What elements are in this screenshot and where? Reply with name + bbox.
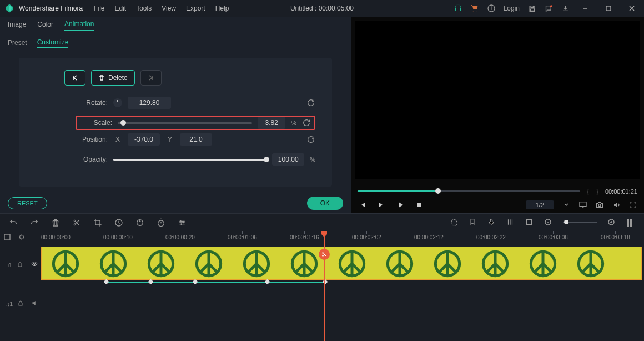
mic-icon[interactable] xyxy=(487,218,496,227)
ok-button[interactable]: OK xyxy=(307,197,343,210)
zoom-out-icon[interactable] xyxy=(544,218,553,227)
opacity-input[interactable] xyxy=(272,153,304,166)
timeline-snap-icon[interactable] xyxy=(18,233,27,242)
speed-icon[interactable] xyxy=(114,218,123,227)
svg-rect-4 xyxy=(606,6,611,11)
keyframe-track[interactable] xyxy=(41,281,642,284)
pos-y-input[interactable] xyxy=(180,133,212,146)
menu-tools[interactable]: Tools xyxy=(136,4,152,12)
preview-panel: { } 00:00:01:21 1/2 xyxy=(351,17,644,213)
keyframe-marker[interactable] xyxy=(265,279,270,285)
subtab-preset[interactable]: Preset xyxy=(8,39,27,47)
fullscreen-icon[interactable] xyxy=(628,200,637,209)
reset-button[interactable]: RESET xyxy=(8,197,47,209)
scale-reset-icon[interactable] xyxy=(302,118,311,127)
preview-viewport[interactable] xyxy=(355,21,640,179)
audio-track-label: ♫1 xyxy=(6,301,13,307)
aperture-icon[interactable] xyxy=(450,218,459,227)
split-icon[interactable] xyxy=(72,218,81,227)
svg-rect-23 xyxy=(4,234,10,240)
cart-icon[interactable] xyxy=(470,4,479,13)
keyframe-marker[interactable] xyxy=(104,279,109,285)
chevron-down-icon[interactable] xyxy=(562,200,571,209)
tab-animation[interactable]: Animation xyxy=(64,20,94,31)
svg-rect-22 xyxy=(630,219,632,227)
square-icon[interactable] xyxy=(525,218,534,227)
color-icon[interactable] xyxy=(135,218,144,227)
svg-point-12 xyxy=(180,220,182,222)
svg-rect-6 xyxy=(580,202,586,207)
svg-point-14 xyxy=(180,223,182,225)
rotate-reset-icon[interactable] xyxy=(306,98,315,107)
scale-slider[interactable] xyxy=(118,122,252,124)
mixer-icon[interactable] xyxy=(506,218,515,227)
zoom-slider[interactable] xyxy=(563,222,597,223)
keyframe-marker[interactable] xyxy=(148,279,154,285)
position-reset-icon[interactable] xyxy=(306,135,315,144)
close-button[interactable] xyxy=(624,1,640,16)
login-link[interactable]: Login xyxy=(504,4,520,12)
save-icon[interactable] xyxy=(527,4,536,13)
scissors-icon[interactable] xyxy=(319,249,330,260)
preview-progress[interactable] xyxy=(358,190,580,192)
svg-rect-21 xyxy=(627,219,629,227)
menu-help[interactable]: Help xyxy=(215,4,229,12)
bracket-close[interactable]: } xyxy=(596,187,598,195)
duration-icon[interactable] xyxy=(157,218,165,227)
download-icon[interactable] xyxy=(561,4,570,13)
tab-image[interactable]: Image xyxy=(8,21,26,31)
mute-icon[interactable] xyxy=(31,299,39,308)
playhead[interactable] xyxy=(324,231,325,341)
lock-icon[interactable] xyxy=(17,299,26,308)
info-icon[interactable]: i xyxy=(487,4,496,13)
settings-icon[interactable] xyxy=(178,218,187,227)
delete-icon[interactable] xyxy=(51,218,60,227)
page-selector[interactable]: 1/2 xyxy=(526,200,554,209)
step-fwd-button[interactable] xyxy=(376,200,386,210)
ruler-tick: 00:00:00:00 xyxy=(41,234,71,240)
minimize-button[interactable] xyxy=(577,1,593,16)
play-button[interactable] xyxy=(395,200,405,210)
headset-icon[interactable] xyxy=(454,4,462,13)
zoom-in-icon[interactable] xyxy=(607,218,616,227)
undo-icon[interactable] xyxy=(9,218,18,227)
track-toggle-icon[interactable] xyxy=(626,218,635,227)
prev-keyframe-button[interactable] xyxy=(64,70,85,86)
lock-icon[interactable] xyxy=(17,260,26,269)
timeline-ruler[interactable]: 00:00:00:00 00:00:00:10 00:00:00:20 00:0… xyxy=(41,231,644,245)
bracket-open[interactable]: { xyxy=(587,187,589,195)
step-back-button[interactable] xyxy=(358,200,368,210)
menu-view[interactable]: View xyxy=(162,4,176,12)
menu-file[interactable]: File xyxy=(94,4,104,12)
monitor-icon[interactable] xyxy=(578,200,587,209)
scale-row: Scale: % xyxy=(76,116,315,130)
keyframe-marker[interactable] xyxy=(193,279,198,285)
camera-icon[interactable] xyxy=(595,200,604,209)
menu-export[interactable]: Export xyxy=(186,4,205,12)
delete-keyframe-button[interactable]: Delete xyxy=(91,70,135,86)
subtab-customize[interactable]: Customize xyxy=(37,38,69,48)
timeline-clip[interactable] xyxy=(41,247,642,280)
pos-x-input[interactable] xyxy=(128,133,160,146)
menu-edit[interactable]: Edit xyxy=(115,4,127,12)
ruler-tick: 00:00:02:12 xyxy=(414,234,444,240)
next-keyframe-button[interactable] xyxy=(140,70,162,86)
scale-input[interactable] xyxy=(258,117,285,129)
crop-icon[interactable] xyxy=(93,218,102,227)
preview-time: 00:00:01:21 xyxy=(605,188,637,195)
eye-icon[interactable] xyxy=(30,260,39,269)
rotate-input[interactable] xyxy=(128,97,171,109)
timeline-options-icon[interactable] xyxy=(3,233,12,242)
document-title: Untitled : 00:00:05:00 xyxy=(290,4,354,12)
tab-color[interactable]: Color xyxy=(37,21,53,31)
pos-y-label: Y xyxy=(168,136,172,143)
rotate-knob[interactable] xyxy=(113,98,122,107)
notification-icon[interactable] xyxy=(544,4,553,13)
volume-icon[interactable] xyxy=(612,200,621,209)
stop-button[interactable] xyxy=(414,200,424,210)
opacity-slider[interactable] xyxy=(113,159,266,161)
keyframe-marker[interactable] xyxy=(323,279,328,285)
marker-icon[interactable] xyxy=(469,218,477,227)
redo-icon[interactable] xyxy=(30,218,39,227)
maximize-button[interactable] xyxy=(601,1,616,16)
